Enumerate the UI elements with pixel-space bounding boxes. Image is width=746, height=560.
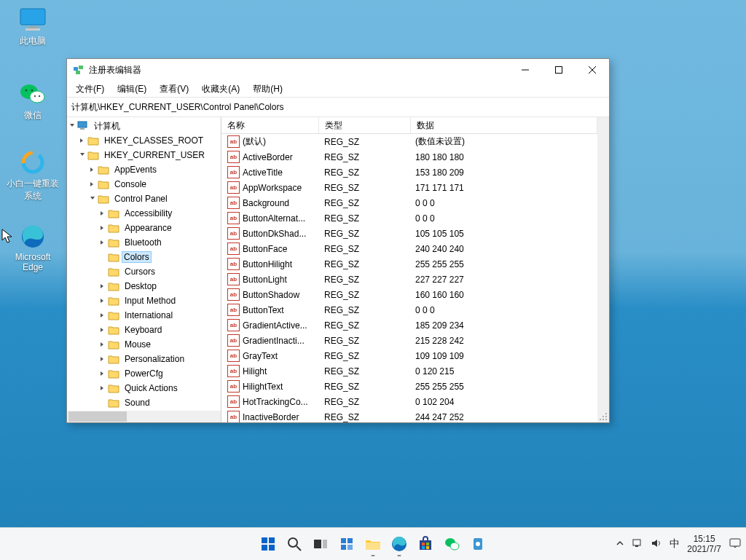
col-name[interactable]: 名称 [221, 117, 319, 133]
desktop-icon-xiaobai[interactable]: 小白一键重装系统 [6, 150, 60, 202]
tree-expander[interactable] [87, 196, 98, 202]
volume-icon[interactable] [651, 538, 662, 551]
tree-horizontal-scrollbar[interactable] [67, 411, 221, 422]
close-button[interactable] [576, 59, 609, 81]
tree-cp-child[interactable]: Quick Actions [67, 381, 221, 395]
address-bar[interactable]: 计算机\HKEY_CURRENT_USER\Control Panel\Colo… [67, 97, 609, 117]
list-vertical-scrollbar[interactable] [597, 117, 609, 422]
tree-hkcr[interactable]: HKEY_CLASSES_ROOT [67, 133, 221, 148]
tree-expander[interactable] [98, 240, 108, 245]
tree-expander[interactable] [98, 398, 108, 408]
desktop-icon-wechat[interactable]: 微信 [6, 82, 60, 122]
tree-expander[interactable] [98, 267, 108, 277]
value-row[interactable]: abButtonAlternat... REG_SZ 0 0 0 [221, 210, 597, 226]
values-list[interactable]: 名称 类型 数据 ab(默认) REG_SZ (数值未设置) abActiveB… [221, 117, 609, 422]
desktop-icon-edge[interactable]: Microsoft Edge [6, 224, 60, 272]
edge-taskbar-button[interactable] [389, 534, 409, 554]
tree-cp-child[interactable]: Mouse [67, 337, 221, 352]
tree-hkcu-child[interactable]: AppEvents [67, 162, 221, 177]
store-button[interactable] [415, 534, 436, 554]
value-type: REG_SZ [318, 213, 409, 224]
tree-hkcu-child[interactable]: Console [67, 177, 221, 192]
value-row[interactable]: abGrayText REG_SZ 109 109 109 [221, 348, 597, 363]
menu-favorites[interactable]: 收藏夹(A) [196, 82, 246, 97]
value-row[interactable]: abHilightText REG_SZ 255 255 255 [221, 379, 597, 394]
tree-expander[interactable] [87, 181, 98, 187]
tree-expander[interactable] [77, 152, 87, 158]
value-row[interactable]: abAppWorkspace REG_SZ 171 171 171 [221, 180, 597, 195]
tree-hkcu-child[interactable]: Control Panel [67, 192, 221, 206]
tree-cp-child[interactable]: Input Method [67, 293, 221, 308]
explorer-button[interactable] [363, 534, 383, 554]
tree-expander[interactable] [98, 371, 108, 376]
col-type[interactable]: 类型 [319, 117, 411, 133]
desktop-icon-this-pc[interactable]: 此电脑 [6, 7, 60, 47]
start-button[interactable] [258, 534, 278, 554]
tree-cp-child[interactable]: Personalization [67, 352, 221, 366]
string-value-icon: ab [227, 288, 240, 301]
value-row[interactable]: abBackground REG_SZ 0 0 0 [221, 195, 597, 210]
tree-expander[interactable] [98, 225, 108, 231]
clock[interactable]: 15:15 2021/7/7 [687, 534, 721, 554]
tree-expander[interactable] [67, 123, 77, 129]
tree-expander[interactable] [98, 312, 108, 318]
tree-cp-child[interactable]: PowerCfg [67, 366, 221, 381]
value-row[interactable]: ab(默认) REG_SZ (数值未设置) [221, 134, 597, 149]
tree-expander[interactable] [98, 210, 108, 216]
value-row[interactable]: abButtonShadow REG_SZ 160 160 160 [221, 287, 597, 302]
tree-expander[interactable] [98, 252, 108, 262]
tree-cp-child[interactable]: Cursors [67, 264, 221, 279]
tree-expander[interactable] [98, 342, 108, 347]
widgets-button[interactable] [337, 534, 357, 554]
titlebar[interactable]: 注册表编辑器 [67, 59, 609, 81]
tree-expander[interactable] [98, 385, 108, 391]
tree-cp-child[interactable]: Desktop [67, 279, 221, 293]
tree-expander[interactable] [87, 167, 98, 173]
tree-expander[interactable] [98, 283, 108, 289]
value-row[interactable]: abActiveBorder REG_SZ 180 180 180 [221, 149, 597, 165]
tree-cp-child[interactable]: Bluetooth [67, 235, 221, 250]
tray-chevron-icon[interactable] [616, 539, 624, 550]
tree-cp-child[interactable]: International [67, 308, 221, 323]
value-row[interactable]: abHotTrackingCo... REG_SZ 0 102 204 [221, 394, 597, 409]
value-row[interactable]: abGradientInacti... REG_SZ 215 228 242 [221, 333, 597, 348]
tree-expander[interactable] [77, 138, 87, 143]
notifications-icon[interactable] [729, 537, 742, 551]
ime-indicator[interactable]: 中 [670, 537, 680, 551]
menu-help[interactable]: 帮助(H) [247, 82, 288, 97]
network-icon[interactable] [632, 538, 643, 551]
tree-expander[interactable] [98, 327, 108, 333]
minimize-button[interactable] [509, 59, 542, 81]
maximize-button[interactable] [542, 59, 576, 81]
resize-grip[interactable] [599, 412, 608, 421]
tree-expander[interactable] [98, 298, 108, 304]
col-data[interactable]: 数据 [411, 117, 597, 133]
menu-view[interactable]: 查看(V) [154, 82, 195, 97]
menu-edit[interactable]: 编辑(E) [111, 82, 152, 97]
value-row[interactable]: abButtonHilight REG_SZ 255 255 255 [221, 256, 597, 272]
value-row[interactable]: abButtonLight REG_SZ 227 227 227 [221, 272, 597, 287]
app-taskbar-button[interactable] [468, 534, 488, 554]
value-row[interactable]: abButtonFace REG_SZ 240 240 240 [221, 241, 597, 256]
menu-file[interactable]: 文件(F) [70, 82, 110, 97]
value-row[interactable]: abGradientActive... REG_SZ 185 209 234 [221, 318, 597, 333]
value-row[interactable]: abInactiveBorder REG_SZ 244 247 252 [221, 409, 597, 422]
tree-expander[interactable] [98, 356, 108, 362]
regedit-icon [73, 64, 85, 76]
value-row[interactable]: abActiveTitle REG_SZ 153 180 209 [221, 165, 597, 180]
taskview-button[interactable] [310, 534, 331, 554]
search-button[interactable] [284, 534, 305, 554]
tree-cp-child[interactable]: Appearance [67, 221, 221, 235]
tree-hkcu[interactable]: HKEY_CURRENT_USER [67, 148, 221, 162]
tree-cp-child[interactable]: Colors [67, 250, 221, 264]
tree-cp-child[interactable]: Keyboard [67, 323, 221, 337]
tree-root[interactable]: 计算机 [67, 119, 221, 133]
registry-tree[interactable]: 计算机HKEY_CLASSES_ROOTHKEY_CURRENT_USERApp… [67, 117, 221, 422]
tree-cp-child[interactable]: Sound [67, 395, 221, 410]
value-row[interactable]: abButtonText REG_SZ 0 0 0 [221, 302, 597, 318]
list-header[interactable]: 名称 类型 数据 [221, 117, 597, 134]
value-row[interactable]: abButtonDkShad... REG_SZ 105 105 105 [221, 226, 597, 241]
wechat-taskbar-button[interactable] [441, 534, 462, 554]
tree-cp-child[interactable]: Accessibility [67, 206, 221, 221]
value-row[interactable]: abHilight REG_SZ 0 120 215 [221, 363, 597, 379]
